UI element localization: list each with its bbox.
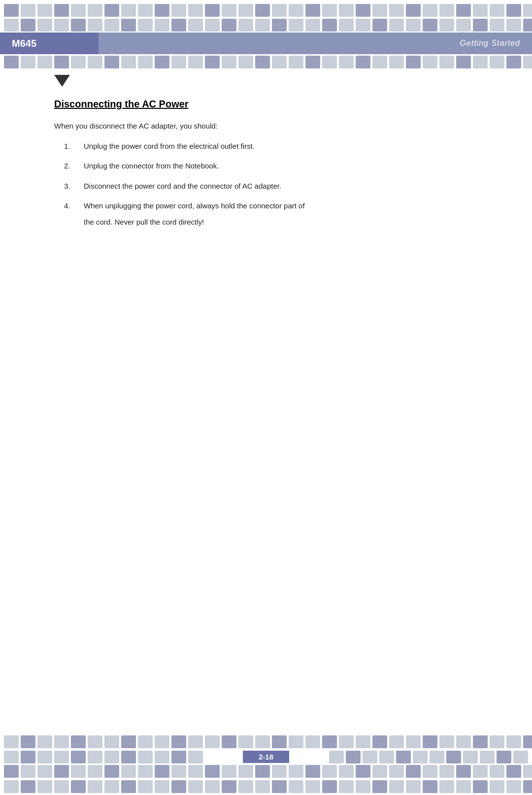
deco-square <box>155 765 169 778</box>
deco-square <box>463 751 478 763</box>
deco-square <box>305 735 320 748</box>
deco-square <box>473 4 488 17</box>
deco-square <box>456 4 471 17</box>
deco-square <box>88 765 102 778</box>
deco-square <box>205 19 220 32</box>
deco-square <box>272 765 287 778</box>
deco-square <box>54 751 69 763</box>
deco-square <box>389 4 404 17</box>
deco-square <box>506 19 521 32</box>
deco-square <box>389 780 404 793</box>
deco-square <box>88 19 102 32</box>
deco-square <box>406 56 421 68</box>
deco-square <box>523 4 532 17</box>
deco-square <box>238 765 253 778</box>
deco-square <box>21 4 35 17</box>
deco-square <box>473 56 488 68</box>
step-text: Disconnect the power cord and the connec… <box>84 181 478 192</box>
deco-square <box>490 765 504 778</box>
deco-square <box>456 56 471 68</box>
deco-square <box>138 751 153 763</box>
deco-square <box>121 735 136 748</box>
deco-square <box>272 4 287 17</box>
deco-square <box>155 780 169 793</box>
page-number-badge: 2-18 <box>243 751 289 763</box>
deco-square <box>513 751 528 763</box>
list-item: 4. When unplugging the power cord, alway… <box>64 200 478 228</box>
deco-square <box>238 4 253 17</box>
deco-square <box>255 765 270 778</box>
deco-square <box>104 735 119 748</box>
model-text: M645 <box>12 38 36 49</box>
deco-square <box>4 765 19 778</box>
deco-square <box>205 735 220 748</box>
deco-square <box>356 735 370 748</box>
deco-square <box>322 4 337 17</box>
top-deco-row-2 <box>0 18 532 33</box>
deco-square <box>171 4 186 17</box>
deco-square <box>54 4 69 17</box>
deco-square <box>430 751 444 763</box>
deco-square <box>289 735 303 748</box>
deco-square <box>439 56 454 68</box>
deco-square <box>389 765 404 778</box>
deco-square <box>289 4 303 17</box>
deco-square <box>372 780 387 793</box>
deco-square <box>238 780 253 793</box>
deco-square <box>188 56 203 68</box>
deco-square <box>138 56 153 68</box>
deco-square <box>305 780 320 793</box>
bottom-deco-row-1 <box>0 734 532 750</box>
deco-square <box>506 4 521 17</box>
deco-square <box>255 780 270 793</box>
arrow-section <box>0 70 532 89</box>
deco-square <box>523 735 532 748</box>
deco-square <box>289 56 303 68</box>
deco-square <box>363 751 377 763</box>
deco-square <box>439 780 454 793</box>
content-area: Disconnecting the AC Power When you disc… <box>0 89 532 256</box>
deco-square <box>523 780 532 793</box>
page-number-row: 2-18 <box>0 750 532 764</box>
deco-square <box>456 19 471 32</box>
deco-square <box>439 4 454 17</box>
deco-square <box>54 19 69 32</box>
deco-square <box>171 56 186 68</box>
deco-square <box>4 735 19 748</box>
deco-square <box>456 735 471 748</box>
step-text-continued: the cord. Never pull the cord directly! <box>84 218 204 226</box>
deco-square <box>473 765 488 778</box>
deco-square <box>121 780 136 793</box>
deco-square <box>71 19 86 32</box>
deco-square <box>155 735 169 748</box>
deco-square <box>423 780 437 793</box>
deco-square <box>121 765 136 778</box>
deco-square <box>272 19 287 32</box>
deco-square <box>37 19 52 32</box>
deco-square <box>389 19 404 32</box>
deco-square <box>21 765 35 778</box>
deco-square <box>71 751 86 763</box>
deco-square <box>188 19 203 32</box>
deco-square <box>289 19 303 32</box>
deco-square <box>523 19 532 32</box>
deco-square <box>255 19 270 32</box>
deco-square <box>473 735 488 748</box>
step-number: 4. <box>64 200 84 212</box>
deco-square <box>4 4 19 17</box>
deco-square <box>238 19 253 32</box>
step-number: 3. <box>64 181 84 192</box>
deco-square <box>121 751 136 763</box>
deco-square <box>506 56 521 68</box>
deco-square <box>188 765 203 778</box>
deco-square <box>439 765 454 778</box>
deco-square <box>346 751 361 763</box>
deco-square <box>21 751 35 763</box>
deco-square <box>4 56 19 68</box>
deco-square <box>423 19 437 32</box>
deco-square <box>490 735 504 748</box>
deco-square <box>322 735 337 748</box>
step-number: 2. <box>64 161 84 172</box>
deco-square <box>138 780 153 793</box>
deco-square <box>171 780 186 793</box>
